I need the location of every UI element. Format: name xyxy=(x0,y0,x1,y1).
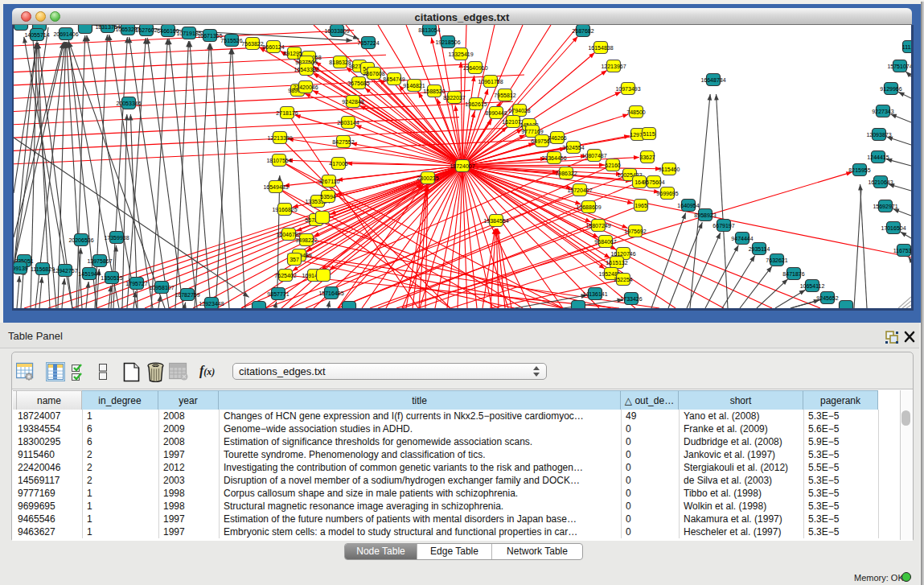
svg-text:14055714: 14055714 xyxy=(24,32,49,38)
svg-text:8660124: 8660124 xyxy=(262,44,284,50)
svg-text:1640954: 1640954 xyxy=(677,203,699,208)
svg-text:20053346: 20053346 xyxy=(116,101,141,106)
svg-text:3675685: 3675685 xyxy=(347,80,369,86)
svg-text:16120746: 16120746 xyxy=(610,251,635,257)
svg-text:1615132: 1615132 xyxy=(606,260,627,266)
svg-text:1795727: 1795727 xyxy=(125,281,147,286)
svg-text:2867608: 2867608 xyxy=(363,71,384,76)
svg-text:9245652: 9245652 xyxy=(816,295,838,301)
svg-text:15716485: 15716485 xyxy=(318,290,343,296)
svg-text:8990448: 8990448 xyxy=(485,110,507,116)
svg-text:20206536: 20206536 xyxy=(68,237,93,243)
svg-text:2803144: 2803144 xyxy=(337,120,359,126)
svg-text:9115460: 9115460 xyxy=(659,167,680,172)
svg-text:9575604: 9575604 xyxy=(643,179,664,185)
svg-text:8471876: 8471876 xyxy=(782,271,804,277)
svg-text:2935114: 2935114 xyxy=(749,246,770,252)
svg-text:8322037: 8322037 xyxy=(443,95,465,101)
svg-text:7986322: 7986322 xyxy=(555,171,577,176)
svg-text:18724007: 18724007 xyxy=(450,163,474,169)
svg-text:16033809: 16033809 xyxy=(324,28,349,34)
svg-text:7563822: 7563822 xyxy=(241,41,263,47)
svg-text:16648784: 16648784 xyxy=(700,77,725,83)
svg-text:12213967: 12213967 xyxy=(601,64,626,69)
svg-text:1167534: 1167534 xyxy=(893,248,911,253)
svg-text:9498222: 9498222 xyxy=(295,237,317,243)
svg-text:3267110: 3267110 xyxy=(318,179,340,184)
svg-text:252254: 252254 xyxy=(614,277,632,282)
svg-text:1527602: 1527602 xyxy=(135,27,157,33)
svg-text:1733426: 1733426 xyxy=(620,296,642,302)
svg-text:9684067: 9684067 xyxy=(594,239,616,245)
svg-text:15751074: 15751074 xyxy=(887,64,911,69)
svg-text:9857771: 9857771 xyxy=(267,291,289,297)
svg-text:9699695: 9699695 xyxy=(656,191,678,196)
svg-text:2300235: 2300235 xyxy=(417,175,438,181)
svg-text:5115: 5115 xyxy=(643,131,655,137)
svg-text:15692971: 15692971 xyxy=(873,204,897,209)
svg-text:9474444: 9474444 xyxy=(731,236,753,241)
svg-text:746266: 746266 xyxy=(548,135,566,141)
svg-text:19218506: 19218506 xyxy=(435,39,460,45)
svg-text:1451944: 1451944 xyxy=(78,271,100,277)
svg-text:16543382: 16543382 xyxy=(294,67,318,72)
svg-text:17016504: 17016504 xyxy=(881,225,906,231)
svg-text:15640910: 15640910 xyxy=(462,65,487,71)
svg-text:748500: 748500 xyxy=(626,109,645,115)
svg-text:17359938: 17359938 xyxy=(104,235,129,241)
svg-text:1350515: 1350515 xyxy=(101,275,122,281)
svg-text:2687682: 2687682 xyxy=(572,28,593,34)
svg-text:12093873: 12093873 xyxy=(866,132,891,138)
svg-text:7357224: 7357224 xyxy=(357,40,379,46)
svg-text:1244415: 1244415 xyxy=(867,154,889,160)
svg-text:7632621: 7632621 xyxy=(766,257,787,263)
svg-text:16210643: 16210643 xyxy=(868,179,893,185)
svg-text:16549483: 16549483 xyxy=(263,184,288,190)
svg-text:62160: 62160 xyxy=(605,163,621,168)
svg-text:357: 357 xyxy=(290,257,299,262)
svg-text:7625402: 7625402 xyxy=(274,273,296,278)
svg-text:18807249: 18807249 xyxy=(585,223,610,229)
svg-text:19166825: 19166825 xyxy=(272,207,297,212)
svg-text:8813054: 8813054 xyxy=(418,27,440,33)
svg-text:12942757: 12942757 xyxy=(52,268,77,274)
svg-text:2718176: 2718176 xyxy=(276,110,298,116)
svg-text:8427552: 8427552 xyxy=(332,139,354,145)
svg-text:8215955: 8215955 xyxy=(848,167,870,173)
svg-text:9777169: 9777169 xyxy=(521,129,543,134)
svg-text:1588520: 1588520 xyxy=(423,89,445,94)
svg-text:10654112: 10654112 xyxy=(800,283,825,289)
svg-text:8958923: 8958923 xyxy=(694,212,716,218)
svg-text:6679197: 6679197 xyxy=(713,223,734,229)
svg-text:15720407: 15720407 xyxy=(567,187,592,193)
svg-text:1965: 1965 xyxy=(634,203,647,208)
svg-text:3624554: 3624554 xyxy=(562,145,584,150)
svg-text:9242848: 9242848 xyxy=(342,99,363,105)
svg-text:53594: 53594 xyxy=(320,194,336,200)
svg-text:9146821: 9146821 xyxy=(403,83,425,89)
svg-text:10958107: 10958107 xyxy=(149,285,174,290)
svg-text:10961758: 10961758 xyxy=(478,79,503,84)
svg-text:19384554: 19384554 xyxy=(483,218,508,224)
svg-text:417006: 417006 xyxy=(329,161,347,167)
svg-text:11156829: 11156829 xyxy=(31,266,55,272)
svg-text:16782759: 16782759 xyxy=(175,292,199,298)
svg-text:7515526: 7515526 xyxy=(220,38,242,43)
svg-text:13975867: 13975867 xyxy=(87,258,112,264)
svg-text:20691406: 20691406 xyxy=(53,31,78,37)
svg-text:12213389: 12213389 xyxy=(267,135,292,141)
svg-text:6794028: 6794028 xyxy=(508,108,530,113)
svg-text:12923448: 12923448 xyxy=(199,301,224,307)
svg-text:7955812: 7955812 xyxy=(494,93,515,98)
svg-text:1975692: 1975692 xyxy=(624,229,646,234)
svg-text:10973493: 10973493 xyxy=(615,86,640,92)
svg-text:9227343: 9227343 xyxy=(872,109,893,114)
svg-text:16671355: 16671355 xyxy=(197,33,222,39)
svg-text:8454749: 8454749 xyxy=(383,76,405,82)
svg-text:11123: 11123 xyxy=(902,44,911,50)
svg-text:22420046: 22420046 xyxy=(293,84,318,90)
svg-text:21364456: 21364456 xyxy=(541,155,566,161)
svg-text:99139: 99139 xyxy=(14,266,28,271)
svg-text:13325419: 13325419 xyxy=(448,51,473,57)
svg-text:33627: 33627 xyxy=(639,154,655,160)
